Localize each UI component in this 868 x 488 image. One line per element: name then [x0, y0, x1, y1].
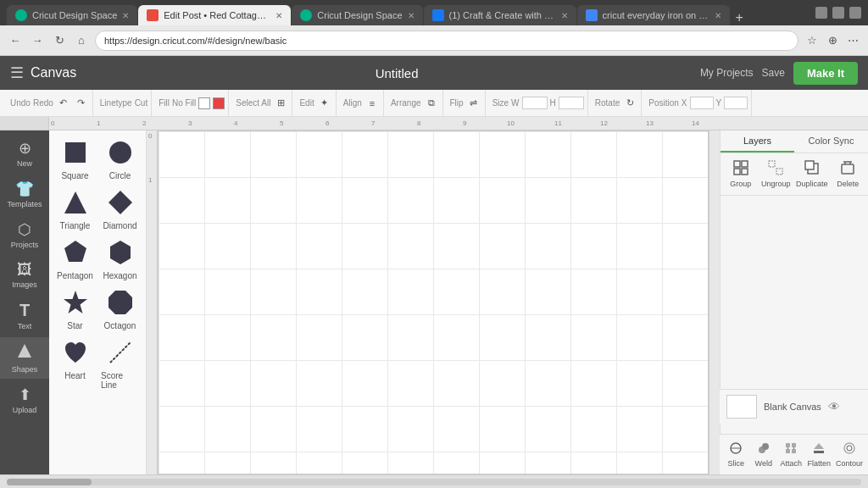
make-it-button[interactable]: Make It — [793, 62, 858, 85]
flatten-action[interactable]: Flatten — [805, 438, 832, 471]
shape-octagon[interactable]: Octagon — [101, 287, 139, 330]
tab-2[interactable]: Edit Post • Red Cottage Chr ✕ — [138, 5, 291, 25]
w-label: W — [511, 98, 519, 108]
align-button[interactable]: ≡ — [364, 96, 380, 111]
forward-button[interactable]: → — [29, 32, 46, 49]
grid-canvas[interactable] — [158, 130, 708, 474]
attach-action[interactable]: Attach — [778, 438, 804, 471]
home-button[interactable]: ⌂ — [73, 32, 90, 49]
svg-rect-13 — [734, 169, 740, 175]
bookmark-button[interactable]: ☆ — [804, 32, 821, 49]
svg-rect-19 — [842, 164, 854, 174]
tab-3-close[interactable]: ✕ — [408, 11, 415, 20]
shape-score-line[interactable]: Score Line — [101, 337, 139, 390]
menu-button[interactable]: ☰ — [10, 64, 24, 82]
sidebar-item-images[interactable]: 🖼 Images — [0, 256, 49, 294]
tab-2-close[interactable]: ✕ — [275, 11, 282, 20]
tab-5[interactable]: cricut everyday iron on vinyl ✕ — [577, 5, 730, 25]
shape-square[interactable]: Square — [56, 137, 94, 180]
horizontal-ruler: 0 1 2 3 4 5 6 7 8 9 10 11 12 13 14 — [49, 117, 868, 130]
sidebar-item-text[interactable]: T Text — [0, 296, 49, 336]
tab-1-close[interactable]: ✕ — [122, 11, 129, 20]
group-action[interactable]: Group — [724, 157, 757, 191]
blank-canvas-label: Blank Canvas — [764, 402, 821, 412]
rotate-button[interactable]: ↻ — [622, 96, 637, 111]
edit-button[interactable]: ✦ — [317, 96, 332, 111]
svg-point-2 — [109, 141, 131, 164]
back-button[interactable]: ← — [7, 32, 24, 49]
delete-action[interactable]: Delete — [832, 157, 865, 191]
tab-4[interactable]: (1) Craft & Create with Cricu ✕ — [424, 5, 576, 25]
undo-redo-group: Undo Redo ↶ ↷ — [7, 90, 93, 116]
shape-star[interactable]: Star — [56, 287, 94, 330]
undo-button[interactable]: ↶ — [56, 96, 71, 111]
save-button[interactable]: Save — [762, 67, 785, 79]
flip-button[interactable]: ⇌ — [466, 96, 481, 111]
scrollbar-track[interactable] — [7, 479, 861, 485]
sidebar-item-projects[interactable]: ⬡ Projects — [0, 215, 49, 254]
svg-marker-34 — [814, 443, 824, 449]
stroke-color[interactable] — [213, 97, 225, 109]
tab-layers[interactable]: Layers — [721, 130, 794, 152]
new-tab-button[interactable]: + — [731, 10, 748, 25]
canvas-scroll[interactable]: 0 1 — [147, 130, 720, 474]
refresh-button[interactable]: ↻ — [51, 32, 68, 49]
shape-hexagon[interactable]: Hexagon — [101, 237, 139, 280]
fill-color[interactable] — [198, 97, 210, 109]
more-button[interactable]: ⋯ — [844, 32, 861, 49]
x-input[interactable] — [690, 97, 714, 109]
circle-label: Circle — [109, 171, 131, 180]
duplicate-action[interactable]: Duplicate — [794, 157, 830, 191]
address-bar[interactable]: https://design.cricut.com/#/design/new/b… — [95, 30, 798, 51]
shape-triangle[interactable]: Triangle — [56, 187, 94, 230]
arrange-button[interactable]: ⧉ — [424, 96, 439, 111]
upload-icon: ⬆ — [19, 385, 31, 404]
sidebar-item-new[interactable]: ⊕ New — [0, 134, 49, 173]
bottom-scrollbar[interactable] — [0, 474, 868, 488]
sidebar-item-shapes[interactable]: Shapes — [0, 337, 49, 379]
extensions-button[interactable]: ⊕ — [824, 32, 841, 49]
tab-3[interactable]: Cricut Design Space ✕ — [292, 5, 422, 25]
square-label: Square — [61, 171, 88, 180]
scrollbar-thumb[interactable] — [7, 479, 92, 485]
svg-marker-7 — [64, 291, 87, 313]
tab-2-title: Edit Post • Red Cottage Chr — [164, 10, 270, 20]
tab-5-close[interactable]: ✕ — [715, 11, 721, 20]
y-input[interactable] — [724, 97, 748, 109]
redo-label: Redo — [33, 98, 53, 108]
shape-circle[interactable]: Circle — [101, 137, 139, 180]
weld-action[interactable]: Weld — [750, 438, 776, 471]
canvas-eye-icon[interactable]: 👁 — [828, 400, 840, 413]
h-label: H — [550, 98, 556, 108]
tab-color-sync[interactable]: Color Sync — [794, 130, 868, 152]
tab-4-close[interactable]: ✕ — [561, 11, 568, 20]
select-all-button[interactable]: ⊞ — [273, 96, 288, 111]
tab-1[interactable]: Cricut Design Space ✕ — [7, 5, 137, 25]
my-projects-button[interactable]: My Projects — [700, 67, 754, 79]
slice-action[interactable]: Slice — [723, 438, 748, 471]
width-input[interactable] — [522, 97, 548, 109]
minimize-button[interactable] — [815, 7, 827, 19]
ungroup-action[interactable]: Ungroup — [759, 157, 792, 191]
flatten-icon — [812, 441, 826, 458]
canvas-area[interactable]: 0 1 — [147, 130, 720, 474]
shape-heart[interactable]: Heart — [56, 337, 94, 390]
sidebar-item-templates[interactable]: 👕 Templates — [0, 175, 49, 214]
height-input[interactable] — [559, 97, 584, 109]
blank-canvas-section: Blank Canvas 👁 — [720, 389, 868, 424]
images-icon: 🖼 — [17, 261, 32, 279]
shape-pentagon[interactable]: Pentagon — [56, 237, 94, 280]
contour-action[interactable]: Contour — [834, 438, 865, 471]
canvas-label: Canvas — [31, 65, 76, 80]
ruler-mark-8: 8 — [417, 119, 420, 127]
svg-marker-8 — [108, 291, 132, 314]
cut-label: Cut — [135, 98, 148, 108]
hexagon-icon — [105, 237, 136, 268]
sidebar-item-upload[interactable]: ⬆ Upload — [0, 380, 49, 419]
restore-button[interactable] — [832, 7, 844, 19]
ruler-mark-5: 5 — [280, 119, 283, 127]
redo-button[interactable]: ↷ — [74, 96, 89, 111]
close-window-button[interactable] — [849, 7, 861, 19]
shape-diamond[interactable]: Diamond — [101, 187, 139, 230]
fill-group: Fill No Fill — [155, 90, 229, 116]
